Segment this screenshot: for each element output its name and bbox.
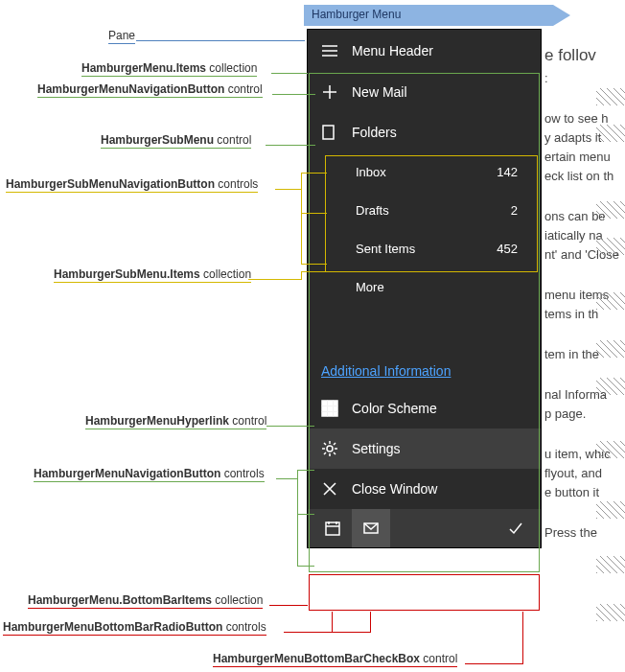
callout-bbcheck: HamburgerMenuBottomBarCheckBox control — [213, 652, 457, 667]
submenu-label: More — [356, 280, 384, 294]
svg-rect-2 — [328, 401, 333, 406]
mail-button[interactable] — [352, 509, 390, 547]
submenu-label: Drafts — [356, 203, 389, 218]
check-button[interactable] — [497, 509, 535, 547]
callout-navbtns: HamburgerMenuNavigationButton controls — [34, 467, 265, 482]
folders-row[interactable]: Folders — [308, 112, 541, 152]
submenu-count: 142 — [497, 165, 518, 179]
svg-rect-1 — [322, 401, 327, 406]
bottombar-overlay — [309, 574, 540, 611]
svg-rect-11 — [326, 522, 339, 535]
svg-rect-3 — [334, 401, 337, 406]
menu-header-row[interactable]: Menu Header — [308, 30, 541, 72]
callout-hyperlink: HamburgerMenuHyperlink control — [85, 414, 266, 429]
submenu-inbox[interactable]: Inbox 142 — [308, 152, 541, 191]
settings-label: Settings — [352, 441, 401, 456]
callout-submenu: HamburgerSubMenu control — [101, 133, 251, 149]
callout-items: HamburgerMenu.Items collection — [81, 61, 257, 77]
title-ribbon: Hamburger Menu — [304, 5, 553, 26]
grid-icon — [321, 400, 338, 417]
color-scheme-row[interactable]: Color Scheme — [308, 388, 541, 429]
hamburger-panel: Menu Header New Mail Folders Inbox 142 D… — [307, 29, 542, 548]
callout-subitems: HamburgerSubMenu.Items collection — [54, 267, 251, 283]
submenu-more[interactable]: More — [308, 267, 541, 306]
callout-bbradio: HamburgerMenuBottomBarRadioButton contro… — [3, 620, 266, 636]
submenu-sent[interactable]: Sent Items 452 — [308, 229, 541, 267]
color-scheme-label: Color Scheme — [352, 401, 437, 416]
hyperlink-row[interactable]: Additional Information — [308, 354, 541, 388]
svg-rect-5 — [328, 406, 333, 411]
title-text: Hamburger Menu — [312, 8, 401, 21]
submenu-drafts[interactable]: Drafts 2 — [308, 191, 541, 229]
settings-row[interactable]: Settings — [308, 429, 541, 469]
svg-rect-0 — [323, 126, 334, 139]
folders-label: Folders — [352, 125, 397, 140]
bottom-bar — [308, 509, 541, 547]
close-icon — [321, 480, 338, 498]
callout-pane: Pane — [108, 29, 135, 44]
svg-point-10 — [327, 446, 333, 452]
calendar-button[interactable] — [313, 509, 352, 547]
callout-bottombar: HamburgerMenu.BottomBarItems collection — [28, 593, 263, 609]
plus-icon — [321, 83, 338, 101]
new-mail-label: New Mail — [352, 84, 407, 100]
hamburger-icon — [321, 42, 338, 59]
callout-navbtn: HamburgerMenuNavigationButton control — [37, 82, 263, 98]
svg-rect-6 — [334, 406, 337, 411]
submenu-label: Sent Items — [356, 242, 415, 256]
menu-header-label: Menu Header — [352, 43, 433, 58]
close-row[interactable]: Close Window — [308, 469, 541, 509]
svg-rect-8 — [328, 412, 333, 416]
hyperlink-label: Additional Information — [321, 363, 451, 379]
submenu-count: 2 — [511, 203, 518, 218]
svg-rect-9 — [334, 412, 337, 416]
svg-rect-7 — [322, 412, 327, 416]
svg-rect-4 — [322, 406, 327, 411]
callout-subnav: HamburgerSubMenuNavigationButton control… — [6, 177, 258, 193]
close-label: Close Window — [352, 481, 437, 497]
new-mail-row[interactable]: New Mail — [308, 72, 541, 112]
folder-icon — [321, 124, 338, 141]
submenu-label: Inbox — [356, 165, 386, 179]
submenu-count: 452 — [497, 242, 518, 256]
gear-icon — [321, 440, 338, 457]
